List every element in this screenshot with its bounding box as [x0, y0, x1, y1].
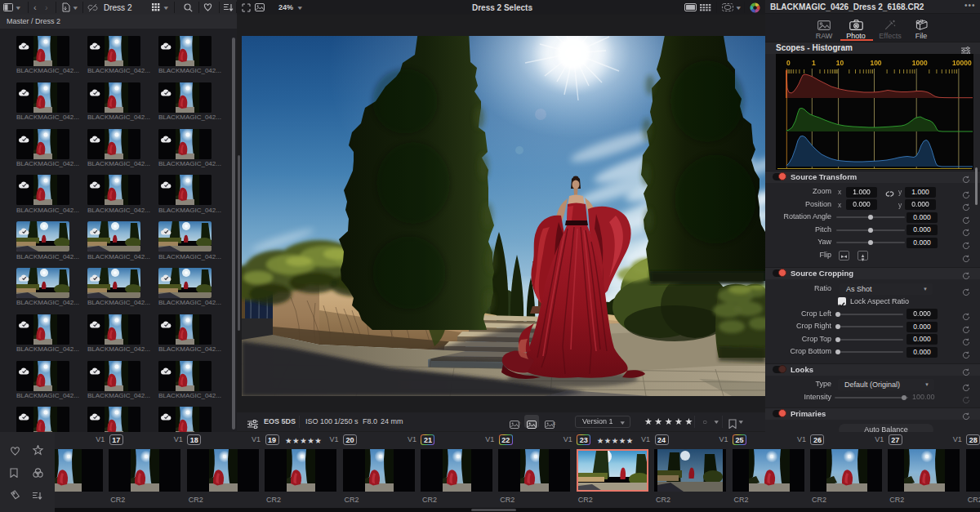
svg-text:10000: 10000: [952, 59, 972, 67]
svg-text:1: 1: [812, 59, 816, 67]
svg-text:1000: 1000: [912, 59, 928, 67]
svg-text:0: 0: [786, 59, 791, 67]
svg-text:10: 10: [836, 59, 844, 67]
svg-text:100: 100: [870, 59, 881, 67]
